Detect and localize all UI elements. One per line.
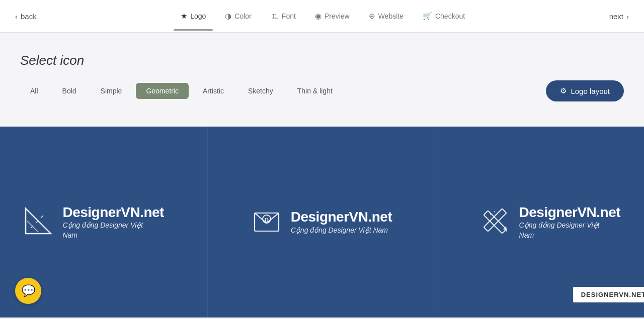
step-color-label: Color	[234, 12, 251, 20]
step-color[interactable]: ◑ Color	[218, 10, 258, 23]
filter-bold[interactable]: Bold	[52, 83, 87, 99]
step-preview[interactable]: ◉ Preview	[308, 10, 357, 23]
star-icon: ★	[181, 12, 187, 21]
logo-layout-label: Logo layout	[571, 87, 610, 95]
svg-text:T: T	[272, 12, 276, 20]
filter-sketchy[interactable]: Sketchy	[238, 83, 283, 99]
back-label: back	[21, 12, 37, 21]
step-checkout[interactable]: 🛒 Checkout	[416, 10, 472, 23]
circle-half-icon: ◑	[225, 12, 231, 21]
svg-line-5	[41, 216, 43, 218]
step-logo-label: Logo	[190, 12, 206, 20]
card-1-text: DesignerVN.net Cộng đồng Designer ViệtNa…	[62, 204, 164, 241]
svg-text:D: D	[265, 217, 269, 223]
logo-layout-button[interactable]: ⚙ Logo layout	[546, 80, 624, 101]
step-website[interactable]: ⊕ Website	[362, 10, 411, 23]
logo-card-2[interactable]: D DesignerVN.net Cộng đồng Designer Việt…	[208, 127, 436, 317]
filter-simple[interactable]: Simple	[91, 83, 132, 99]
globe-icon: ⊕	[369, 12, 375, 21]
main-content: Select icon All Bold Simple Geometric Ar…	[0, 33, 644, 127]
step-preview-label: Preview	[325, 12, 350, 20]
step-font-label: Font	[282, 12, 296, 20]
card-1-brand: DesignerVN.net	[62, 204, 164, 221]
domain-badge: DESIGNERVN.NET	[573, 287, 644, 302]
next-button[interactable]: next ›	[609, 12, 629, 21]
pencil-ruler-icon	[23, 206, 53, 238]
top-nav: ‹ back ★ Logo ◑ Color T Font ◉ Preview ⊕…	[0, 0, 644, 33]
cart-icon: 🛒	[423, 12, 432, 21]
card-1-sub: Cộng đồng Designer ViệtNam	[62, 221, 164, 240]
logo-card-3[interactable]: DesignerVN.net Cộng đồng Designer ViệtNa…	[436, 127, 644, 317]
eye-icon: ◉	[315, 12, 321, 21]
card-2-brand: DesignerVN.net	[291, 208, 392, 226]
step-logo[interactable]: ★ Logo	[174, 10, 213, 23]
card-3-brand: DesignerVN.net	[519, 204, 621, 221]
envelope-icon: D	[252, 206, 282, 238]
svg-line-4	[36, 221, 38, 223]
section-title: Select icon	[20, 53, 624, 68]
chevron-right-icon: ›	[626, 12, 629, 21]
filter-geometric[interactable]: Geometric	[136, 83, 189, 99]
cross-ruler-icon	[480, 206, 510, 238]
card-2-text: DesignerVN.net Cộng đồng Designer Việt N…	[291, 208, 392, 235]
step-checkout-label: Checkout	[435, 12, 465, 20]
next-label: next	[609, 12, 623, 21]
filter-tags: All Bold Simple Geometric Artistic Sketc…	[20, 83, 343, 99]
step-font[interactable]: T Font	[264, 10, 303, 23]
filter-bar: All Bold Simple Geometric Artistic Sketc…	[20, 80, 624, 101]
filter-artistic[interactable]: Artistic	[193, 83, 234, 99]
back-button[interactable]: ‹ back	[15, 12, 37, 21]
chat-button[interactable]: 💬	[15, 278, 41, 304]
filter-thin-light[interactable]: Thin & light	[287, 83, 343, 99]
cards-grid: DesignerVN.net Cộng đồng Designer ViệtNa…	[0, 127, 644, 317]
card-3-sub: Cộng đồng Designer ViệtNam	[519, 221, 621, 240]
svg-line-13	[494, 211, 495, 212]
chat-icon: 💬	[22, 284, 35, 297]
card-3-text: DesignerVN.net Cộng đồng Designer ViệtNa…	[519, 204, 621, 241]
filter-all[interactable]: All	[20, 83, 48, 99]
step-website-label: Website	[378, 12, 404, 20]
card-2-sub: Cộng đồng Designer Việt Nam	[291, 226, 392, 236]
font-icon: T	[271, 12, 279, 21]
gear-icon: ⚙	[560, 86, 567, 95]
chevron-left-icon: ‹	[15, 12, 18, 21]
nav-steps: ★ Logo ◑ Color T Font ◉ Preview ⊕ Websit…	[174, 10, 472, 23]
